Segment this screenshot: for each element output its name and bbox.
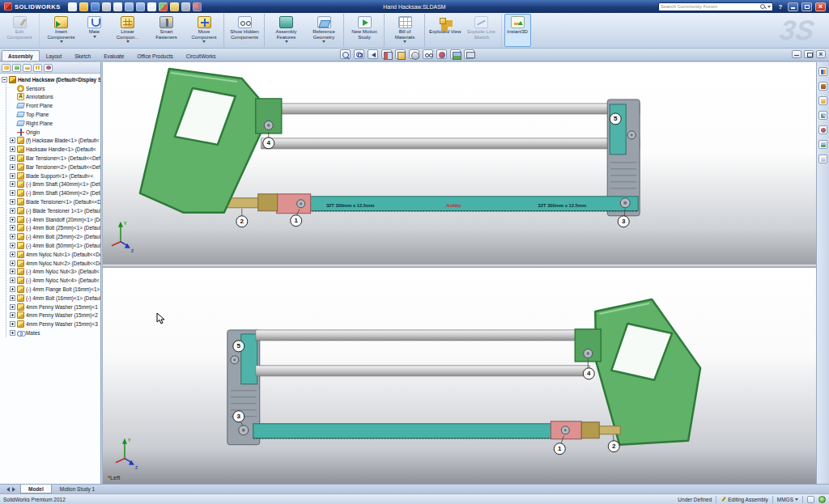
- tab-motion-study-1[interactable]: Motion Study 1: [52, 485, 103, 493]
- dropdown-caret-icon[interactable]: [126, 40, 130, 44]
- mate-button[interactable]: Mate: [81, 14, 108, 47]
- collapse-icon[interactable]: [2, 77, 7, 83]
- doc-close-icon[interactable]: [816, 50, 826, 58]
- tree-item[interactable]: Hacksaw Handle<1> (Default<: [7, 145, 100, 154]
- edit-component-button[interactable]: Edit Component: [2, 14, 40, 47]
- property-manager-icon[interactable]: [12, 64, 21, 72]
- save-icon[interactable]: [91, 2, 100, 11]
- tree-item[interactable]: (-) 4mm Flange Bolt (16mm)<1> (: [7, 285, 100, 294]
- viewport-bottom[interactable]: 5 3 4 1 2: [103, 268, 816, 484]
- tree-item[interactable]: Blade Support<1> (Default<<: [7, 172, 100, 180]
- hacksaw-blade[interactable]: 32T 300mm x 12.5mm Ashley 32T 300mm x 12…: [289, 197, 638, 211]
- expand-icon[interactable]: [10, 243, 15, 248]
- insert-components-button[interactable]: Insert Components: [42, 14, 80, 47]
- resources-icon[interactable]: [818, 67, 827, 76]
- explode-line-sketch-button[interactable]: Explode Line Sketch: [464, 14, 502, 47]
- tree-item[interactable]: 4mm Penny Washer (15mm)<3: [7, 320, 100, 328]
- blade-pin-screw[interactable]: [239, 426, 249, 435]
- balloon-2[interactable]: 2: [236, 209, 248, 227]
- expand-icon[interactable]: [10, 164, 15, 170]
- tree-item[interactable]: Front Plane: [7, 101, 100, 110]
- expand-icon[interactable]: [10, 225, 15, 231]
- rebuild-icon[interactable]: [159, 2, 168, 11]
- dimxpert-manager-icon[interactable]: [33, 64, 42, 72]
- tree-root-assembly[interactable]: Hand Hacksaw (Default<Display Stat: [2, 75, 100, 84]
- assembly-features-button[interactable]: Assembly Features: [267, 14, 305, 47]
- view-settings-icon[interactable]: [464, 49, 474, 59]
- expand-icon[interactable]: [10, 312, 15, 318]
- configuration-manager-icon[interactable]: [23, 64, 32, 72]
- expand-icon[interactable]: [10, 155, 15, 161]
- expand-icon[interactable]: [10, 260, 15, 266]
- tab-assembly[interactable]: Assembly: [2, 50, 40, 61]
- move-component-button[interactable]: Move Component: [186, 14, 224, 47]
- show-hidden-components-button[interactable]: Show Hidden Components: [227, 14, 265, 47]
- tree-item[interactable]: (-) 4mm Bolt (50mm)<1> (Default: [7, 241, 100, 250]
- expand-icon[interactable]: [10, 269, 15, 274]
- appearances-icon[interactable]: [818, 125, 827, 134]
- expand-icon[interactable]: [10, 208, 15, 214]
- expand-icon[interactable]: [10, 277, 15, 283]
- doc-restore-icon[interactable]: [804, 50, 814, 58]
- expand-icon[interactable]: [10, 181, 15, 187]
- dropdown-caret-icon[interactable]: [322, 40, 325, 44]
- close-button[interactable]: [815, 2, 826, 11]
- undo-icon[interactable]: [125, 2, 134, 11]
- blade-pin-screw[interactable]: [620, 198, 630, 208]
- minimize-button[interactable]: [788, 2, 798, 11]
- linear-component-pattern-button[interactable]: Linear Compon...: [108, 14, 147, 47]
- design-library-icon[interactable]: [818, 82, 827, 91]
- tab-sketch[interactable]: Sketch: [68, 50, 97, 61]
- dropdown-caret-icon[interactable]: [285, 40, 288, 44]
- balloon-5[interactable]: 5: [610, 113, 621, 125]
- expand-icon[interactable]: [10, 199, 15, 205]
- print-preview-icon[interactable]: [113, 2, 122, 11]
- tree-item[interactable]: (-) 4mm Bolt (16mm)<1> (Default: [7, 294, 100, 303]
- view-palette-icon[interactable]: [818, 111, 827, 120]
- file-properties-icon[interactable]: [170, 2, 179, 11]
- instant3d-button[interactable]: Instant3D: [504, 14, 531, 47]
- new-file-icon[interactable]: [68, 2, 77, 11]
- dropdown-caret-icon[interactable]: [403, 40, 406, 44]
- select-icon[interactable]: [147, 2, 156, 11]
- viewport-bottom-drawing[interactable]: 5 3 4 1 2: [103, 268, 816, 484]
- restore-button[interactable]: [801, 2, 812, 11]
- custom-properties-icon[interactable]: [818, 155, 827, 163]
- tab-layout[interactable]: Layout: [40, 50, 69, 61]
- tree-item[interactable]: (-) 8mm Shaft (340mm)<2> (Defa: [7, 188, 100, 197]
- search-box[interactable]: [658, 2, 773, 11]
- tab-scroll-right-icon[interactable]: [11, 485, 19, 493]
- bill-of-materials-button[interactable]: Bill of Materials: [387, 14, 425, 47]
- blade-tensioner-block[interactable]: [551, 421, 581, 439]
- tree-item[interactable]: (-) 4mm Bolt (25mm)<1> (Default: [7, 224, 100, 233]
- shafts-8mm[interactable]: [256, 330, 590, 376]
- tab-scroll-left-icon[interactable]: [2, 485, 11, 493]
- expand-icon[interactable]: [10, 304, 15, 310]
- zoom-area-icon[interactable]: [354, 49, 364, 59]
- tree-item[interactable]: (-) 8mm Shaft (340mm)<1> (Defa: [7, 180, 100, 189]
- tree-item[interactable]: (-) 4mm Nyloc Nut<4> (Default<: [7, 276, 100, 285]
- units-dropdown-icon[interactable]: [795, 498, 798, 502]
- doc-minimize-icon[interactable]: [792, 50, 801, 58]
- expand-icon[interactable]: [10, 190, 15, 196]
- tree-item[interactable]: 4mm Nyloc Nut<1> (Default<<De: [7, 250, 100, 259]
- display-manager-icon[interactable]: [44, 64, 53, 72]
- units-selector[interactable]: MMGS: [777, 496, 798, 502]
- tab-office-products[interactable]: Office Products: [130, 50, 179, 61]
- tree-item[interactable]: Annotations: [7, 93, 100, 102]
- previous-view-icon[interactable]: [368, 49, 378, 59]
- tree-item[interactable]: Bar Tensioner<1> (Default<<Def: [7, 154, 100, 163]
- new-motion-study-button[interactable]: New Motion Study: [346, 14, 385, 47]
- viewport-top[interactable]: 32T 300mm x 12.5mm Ashley 32T 300mm x 12…: [103, 62, 816, 265]
- help-icon[interactable]: [776, 3, 784, 11]
- smart-fasteners-button[interactable]: Smart Fasteners: [147, 14, 185, 47]
- expand-icon[interactable]: [10, 295, 15, 301]
- bar-tensioner-insert[interactable]: [241, 334, 257, 384]
- expand-icon[interactable]: [10, 146, 15, 152]
- tree-item[interactable]: Mates: [7, 328, 100, 337]
- tree-item[interactable]: (-) 4mm Standoff (20mm)<1> (De: [7, 215, 100, 224]
- file-explorer-icon[interactable]: [818, 96, 827, 105]
- hacksaw-blade[interactable]: [253, 424, 582, 438]
- exploded-view-button[interactable]: Exploded View: [427, 14, 463, 47]
- tree-item[interactable]: Bar Tensioner<2> (Default<<Def: [7, 163, 100, 172]
